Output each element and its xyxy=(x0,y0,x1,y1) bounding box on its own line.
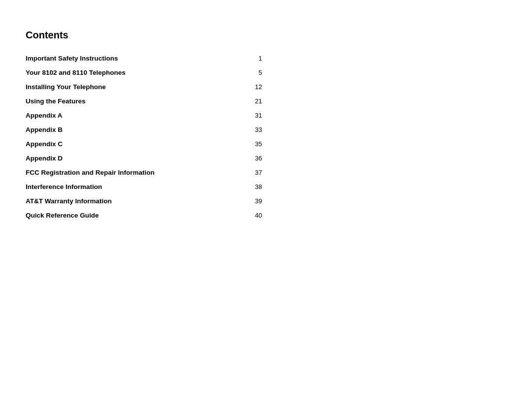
toc-row: Using the Features21 xyxy=(26,97,262,105)
toc-item-label: Important Safety Instructions xyxy=(26,55,247,62)
page: Contents Important Safety Instructions1Y… xyxy=(0,0,532,411)
toc-item-page: 35 xyxy=(247,140,262,148)
toc-item-label: Appendix D xyxy=(26,155,247,162)
toc-item-page: 21 xyxy=(247,97,262,105)
toc-item-label: FCC Registration and Repair Information xyxy=(26,169,247,176)
toc-item-page: 37 xyxy=(247,169,262,176)
toc-row: Your 8102 and 8110 Telephones5 xyxy=(26,69,262,76)
toc-item-label: Installing Your Telephone xyxy=(26,83,247,91)
toc-row: Interference Information38 xyxy=(26,183,262,190)
toc-row: FCC Registration and Repair Information3… xyxy=(26,169,262,176)
toc-row: Installing Your Telephone12 xyxy=(26,83,262,91)
toc-item-label: Appendix B xyxy=(26,126,247,133)
toc-row: Appendix C35 xyxy=(26,140,262,148)
toc-item-label: Quick Reference Guide xyxy=(26,212,247,219)
toc-item-page: 31 xyxy=(247,112,262,119)
toc-item-page: 1 xyxy=(247,55,262,62)
toc-row: Appendix A31 xyxy=(26,112,262,119)
toc-item-page: 33 xyxy=(247,126,262,133)
toc-item-page: 40 xyxy=(247,212,262,219)
toc-table: Important Safety Instructions1Your 8102 … xyxy=(26,55,262,219)
contents-heading: Contents xyxy=(26,30,506,41)
toc-item-label: Using the Features xyxy=(26,97,247,105)
toc-row: Quick Reference Guide40 xyxy=(26,212,262,219)
toc-item-page: 5 xyxy=(247,69,262,76)
toc-item-page: 38 xyxy=(247,183,262,190)
toc-item-label: Interference Information xyxy=(26,183,247,190)
toc-item-label: AT&T Warranty Information xyxy=(26,197,247,205)
toc-item-label: Your 8102 and 8110 Telephones xyxy=(26,69,247,76)
toc-item-page: 12 xyxy=(247,83,262,91)
toc-item-page: 36 xyxy=(247,155,262,162)
toc-row: Important Safety Instructions1 xyxy=(26,55,262,62)
toc-item-label: Appendix A xyxy=(26,112,247,119)
toc-row: Appendix D36 xyxy=(26,155,262,162)
toc-row: AT&T Warranty Information39 xyxy=(26,197,262,205)
toc-item-label: Appendix C xyxy=(26,140,247,148)
toc-item-page: 39 xyxy=(247,197,262,205)
toc-row: Appendix B33 xyxy=(26,126,262,133)
